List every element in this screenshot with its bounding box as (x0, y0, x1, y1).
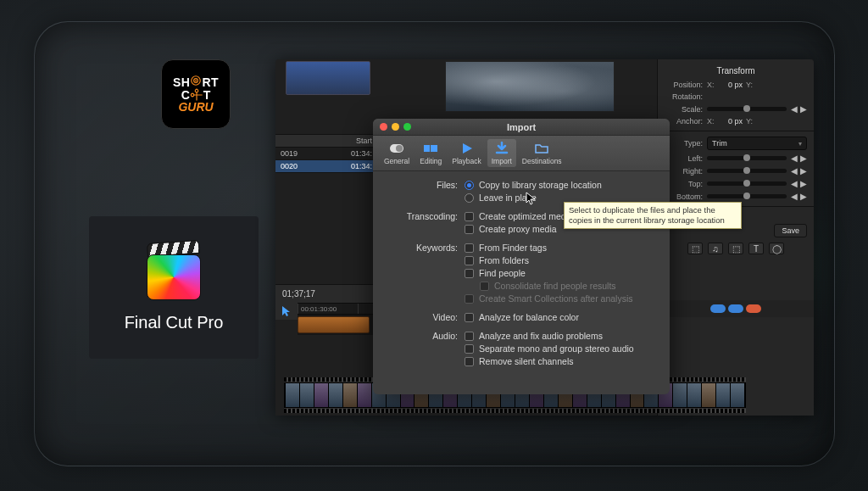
clip-row[interactable]: 001901:34: (275, 148, 377, 160)
guru-line1a: SH (173, 75, 190, 89)
tab-general[interactable]: General (380, 139, 414, 167)
save-effects-preset-button[interactable]: Save (774, 224, 807, 237)
col-start[interactable]: Start (356, 137, 372, 145)
crop-bottom-slider[interactable] (707, 194, 787, 198)
crop-top-label: Top: (665, 180, 703, 188)
files-group-label: Files: (373, 180, 465, 203)
tab-editing[interactable]: Editing (415, 139, 446, 167)
play-icon (459, 142, 475, 155)
checkbox-icon (465, 332, 474, 341)
checkbox-icon (465, 225, 474, 234)
browser-list: Start 001901:34: 002001:34: (275, 134, 377, 173)
window-close-button[interactable] (380, 123, 387, 131)
anchor-x-value[interactable]: 0 px (719, 117, 743, 126)
checkbox-icon (465, 243, 474, 253)
crop-top-slider[interactable] (707, 181, 787, 186)
window-zoom-button[interactable] (403, 123, 411, 131)
crop-right-slider[interactable] (707, 169, 787, 173)
checkbox-icon (465, 344, 474, 354)
timeline-pill-blue[interactable] (728, 304, 743, 313)
checkbox-icon (465, 212, 474, 221)
target-icon (190, 75, 202, 86)
separate-mono-checkbox[interactable]: Separate mono and group stereo audio (465, 343, 658, 354)
svg-point-6 (396, 145, 403, 152)
crop-left-slider[interactable] (707, 156, 787, 160)
tab-destinations[interactable]: Destinations (518, 139, 566, 167)
timeline-pill-red[interactable] (746, 304, 761, 313)
video-group-label: Video: (373, 312, 465, 322)
consolidate-people-checkbox: Consolidate find people results (465, 281, 658, 291)
crop-right-label: Right: (665, 167, 703, 176)
checkbox-icon (465, 256, 474, 265)
pointer-icon (281, 305, 292, 317)
anchor-label: Anchor: (665, 117, 703, 126)
timeline-timecode[interactable]: 01;37;17 (275, 284, 377, 303)
radio-icon (465, 181, 474, 190)
select-tool-button[interactable] (275, 303, 298, 320)
from-finder-tags-checkbox[interactable]: From Finder tags (465, 243, 658, 253)
filmstrip-frame (286, 383, 299, 407)
svg-point-2 (196, 80, 198, 81)
window-minimize-button[interactable] (392, 123, 399, 131)
scale-label: Scale: (665, 105, 703, 114)
keywords-group-label: Keywords: (373, 243, 465, 304)
inspector-tab-icons: ⬚ ♫ ⬚ T ◯ (665, 243, 807, 254)
download-icon (494, 142, 509, 155)
inspector-panel: Transform Position:X:0 pxY: Rotation: Sc… (657, 59, 814, 416)
checkbox-icon (465, 313, 474, 322)
switch-icon (389, 142, 404, 155)
checkbox-icon (465, 269, 474, 278)
radio-icon (465, 193, 474, 203)
preferences-import-dialog: Import General Editing Playback Import D… (373, 119, 670, 394)
find-people-checkbox[interactable]: Find people (465, 268, 658, 278)
scale-stepper[interactable]: ◀ ▶ (791, 104, 807, 114)
inspector-title: Transform (665, 66, 807, 75)
timeline-icon (423, 142, 438, 155)
type-label: Type: (665, 139, 703, 148)
viewer-panel[interactable] (445, 61, 615, 112)
chevron-down-icon: ▾ (798, 140, 802, 148)
position-label: Position: (665, 81, 703, 89)
final-cut-pro-app-icon (144, 243, 203, 303)
position-x-value[interactable]: 0 px (719, 81, 743, 89)
analyze-balance-color-checkbox[interactable]: Analyze for balance color (465, 312, 658, 322)
audio-inspector-icon[interactable]: ♫ (708, 243, 723, 254)
audio-group-label: Audio: (373, 331, 465, 366)
create-smart-collections-checkbox: Create Smart Collections after analysis (465, 293, 658, 304)
files-copy-radio[interactable]: Copy to library storage location (465, 180, 658, 190)
scale-slider[interactable] (707, 107, 787, 111)
svg-rect-7 (424, 145, 430, 152)
shortcut-guru-logo: SHRT CT GURU (161, 59, 231, 129)
clip-row[interactable]: 002001:34: (275, 160, 377, 173)
remove-silent-checkbox[interactable]: Remove silent channels (465, 356, 658, 366)
crop-left-label: Left: (665, 154, 703, 163)
folder-icon (534, 142, 549, 155)
from-folders-checkbox[interactable]: From folders (465, 255, 658, 265)
tab-import[interactable]: Import (487, 139, 516, 167)
browser-clip-thumbnail[interactable] (286, 61, 370, 95)
crop-bottom-label: Bottom: (665, 192, 703, 201)
dialog-titlebar[interactable]: Import (373, 119, 670, 136)
help-tooltip: Select to duplicate the files and place … (564, 202, 742, 229)
info-inspector-icon[interactable]: ⬚ (728, 243, 743, 254)
final-cut-pro-title: Final Cut Pro (125, 313, 224, 332)
share-inspector-icon[interactable]: ◯ (769, 243, 784, 254)
svg-point-4 (190, 93, 194, 98)
timeline-index-buttons (657, 300, 814, 317)
final-cut-pro-card: Final Cut Pro (89, 216, 259, 359)
preferences-toolbar: General Editing Playback Import Destinat… (373, 136, 670, 171)
video-inspector-icon[interactable]: ⬚ (687, 243, 703, 254)
checkbox-icon (465, 357, 474, 366)
tab-playback[interactable]: Playback (448, 139, 486, 167)
timeline-clip[interactable] (298, 316, 370, 333)
svg-rect-8 (431, 145, 437, 152)
text-inspector-icon[interactable]: T (748, 243, 764, 254)
analyze-fix-audio-checkbox[interactable]: Analyze and fix audio problems (465, 331, 658, 341)
crop-type-select[interactable]: Trim▾ (707, 137, 807, 150)
transcoding-group-label: Transcoding: (373, 211, 465, 234)
rotation-label: Rotation: (665, 92, 703, 101)
timeline-pill-blue[interactable] (710, 304, 726, 313)
checkbox-icon (480, 282, 489, 291)
dialog-title: Import (373, 122, 670, 132)
checkbox-icon (465, 294, 474, 304)
